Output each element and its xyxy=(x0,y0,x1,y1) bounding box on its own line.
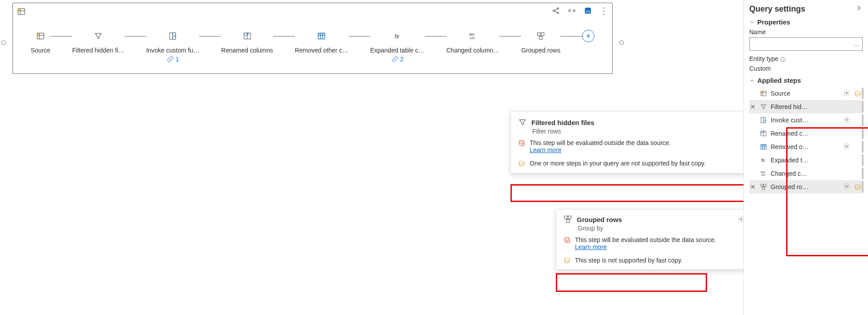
abc-icon xyxy=(464,27,482,45)
rename-icon xyxy=(759,130,768,137)
tooltip-warning: This step will be evaluated outside the … xyxy=(530,139,671,146)
fx-col-icon xyxy=(759,117,768,124)
tooltip-title: Filtered hidden files xyxy=(531,119,595,126)
tooltip-grouped-rows: Grouped rows Group by This step will be … xyxy=(556,209,751,270)
pq-icon[interactable] xyxy=(583,6,593,16)
gear-icon[interactable] xyxy=(843,89,851,98)
step-marker xyxy=(862,88,864,99)
step-label: Invoke cust… xyxy=(771,117,840,124)
flow-connector xyxy=(499,36,521,36)
flow-connector xyxy=(349,36,370,36)
flow-connector xyxy=(50,36,72,36)
flow-step-label: Expanded table c… xyxy=(370,47,424,54)
tooltip2-warning: This step will be evaluated outside the … xyxy=(575,236,716,243)
step-marker xyxy=(862,101,864,113)
filter-icon xyxy=(518,118,527,127)
step-label: Source xyxy=(771,90,840,97)
table-blue-icon xyxy=(313,27,330,45)
rename-icon xyxy=(238,27,256,45)
highlight-box xyxy=(510,184,773,202)
flow-step-label: Changed column… xyxy=(446,47,500,54)
name-label: Name xyxy=(749,28,863,36)
flow-step-label: Source xyxy=(31,47,50,54)
flow-step-label: Filtered hidden fi… xyxy=(72,47,125,54)
share-icon[interactable] xyxy=(551,6,561,16)
add-step-button[interactable]: + xyxy=(582,30,595,42)
group-icon xyxy=(532,27,550,45)
flow-step[interactable]: Renamed columns xyxy=(221,27,273,54)
flow-step-label: Invoke custom fu… xyxy=(146,47,200,54)
flow-connector xyxy=(273,36,295,36)
diagram-panel: ⋮ Source Filtered hidden fi… Invoke cust… xyxy=(12,3,613,74)
applied-step[interactable]: ✕ Filtered hid… xyxy=(749,100,863,113)
step-label: Filtered hid… xyxy=(771,103,840,110)
flow-connector xyxy=(425,36,446,36)
delete-step-icon[interactable]: ✕ xyxy=(750,183,756,190)
chevron-down-icon xyxy=(749,78,755,83)
flow-step[interactable]: Filtered hidden fi… xyxy=(72,27,125,54)
panel-title: Query settings xyxy=(749,4,805,14)
more-icon[interactable]: ⋮ xyxy=(599,6,609,16)
highlight-box xyxy=(786,127,868,256)
table-icon xyxy=(32,27,49,45)
db-warn-icon xyxy=(854,90,862,97)
flow-step-label: Renamed columns xyxy=(221,47,273,54)
flow-step-label: Removed other c… xyxy=(295,47,349,54)
fastcopy-warning: One or more steps in your query are not … xyxy=(530,160,706,167)
abc-icon xyxy=(759,170,768,177)
applied-step[interactable]: ✕ Invoke cust… xyxy=(749,113,863,127)
learn-more-link[interactable]: Learn more xyxy=(575,243,607,250)
flow-step[interactable]: Removed other c… xyxy=(295,27,349,54)
table-icon xyxy=(759,90,768,97)
step-flow: Source Filtered hidden fi… Invoke custom… xyxy=(13,27,612,63)
table-blue-icon xyxy=(759,143,768,150)
db-icon xyxy=(518,160,525,167)
flow-connector xyxy=(199,36,221,36)
gear-icon[interactable] xyxy=(843,116,851,125)
chevron-right-icon[interactable] xyxy=(856,4,863,14)
link-count: 1 xyxy=(167,56,179,63)
fx-icon xyxy=(389,27,406,45)
entity-type-value: Custom xyxy=(749,65,863,72)
group-icon xyxy=(563,215,572,224)
flow-step[interactable]: Grouped rows xyxy=(521,27,560,54)
filter-icon xyxy=(759,103,768,110)
ellipsis-icon[interactable]: … xyxy=(854,41,860,48)
flow-step-label: Grouped rows xyxy=(521,47,560,54)
flow-step[interactable]: Invoke custom fu… 1 xyxy=(146,27,200,63)
collapse-icon[interactable] xyxy=(567,6,577,16)
diagram-table-icon xyxy=(16,6,27,17)
step-marker xyxy=(862,114,864,126)
tooltip2-subtitle: Group by xyxy=(578,225,744,232)
tooltip2-title: Grouped rows xyxy=(577,216,622,223)
properties-header[interactable]: Properties xyxy=(749,18,863,26)
flow-end-dot xyxy=(619,40,624,45)
filter-icon xyxy=(89,27,107,45)
delete-step-icon[interactable]: ✕ xyxy=(750,103,756,110)
flow-start-dot xyxy=(1,40,6,45)
fx-col-icon xyxy=(164,27,182,45)
tooltip-subtitle: Filter rows xyxy=(532,128,765,135)
applied-step[interactable]: ✕ Source xyxy=(749,87,863,100)
link-count: 2 xyxy=(391,56,404,63)
flow-step[interactable]: Source xyxy=(31,27,50,54)
group-icon xyxy=(759,183,768,190)
fastcopy2-warning: This step is not supported by fast copy. xyxy=(575,257,683,264)
applied-steps-header[interactable]: Applied steps xyxy=(749,77,863,84)
fx-icon xyxy=(759,157,768,164)
highlight-box xyxy=(556,273,707,292)
tooltip-filtered-hidden: Filtered hidden files Filter rows This s… xyxy=(510,111,773,174)
flow-connector xyxy=(125,36,146,36)
entity-type-label: Entity type xyxy=(749,55,778,62)
name-input[interactable]: … xyxy=(749,37,863,51)
db-warn-icon xyxy=(518,139,525,146)
flow-step[interactable]: Expanded table c… 2 xyxy=(370,27,424,63)
db-warn-icon xyxy=(563,236,571,243)
chevron-down-icon xyxy=(749,20,755,25)
flow-connector xyxy=(560,36,582,36)
db-icon xyxy=(563,257,571,264)
flow-step[interactable]: Changed column… xyxy=(446,27,500,54)
info-icon[interactable] xyxy=(780,57,786,63)
learn-more-link[interactable]: Learn more xyxy=(530,146,562,153)
